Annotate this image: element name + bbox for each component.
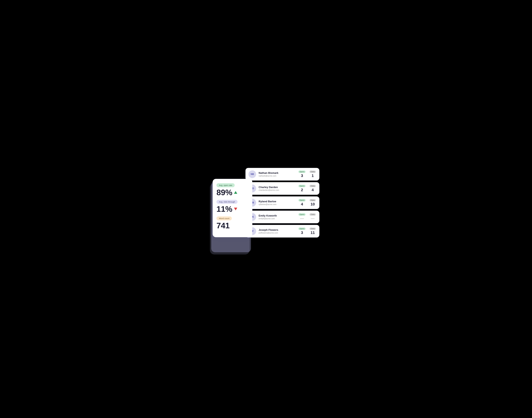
- clicks-col: Clicks 1: [309, 171, 316, 178]
- contact-email: rybartoe@acme.com: [259, 203, 296, 205]
- contact-name: Ryland Bartoe: [259, 200, 296, 203]
- avg-click-through-label: Avg. click through: [216, 200, 238, 204]
- avg-click-through-value: 11%: [216, 205, 248, 213]
- clicks-col: Clicks 10: [309, 199, 316, 206]
- contact-email: nathanb@acme.com: [259, 175, 296, 177]
- opens-label: Opens: [299, 199, 305, 201]
- word-count-value: 741: [216, 221, 248, 230]
- contact-name: Nathan Bismark: [259, 172, 296, 174]
- trend-down-icon: [234, 208, 237, 210]
- clicks-col: Clicks —: [309, 213, 316, 221]
- opens-col: Opens —: [298, 213, 306, 221]
- stats-card: Avg. open rate 89% Avg. click through 11…: [213, 179, 252, 237]
- contact-email: joeflowers@acme.com: [259, 232, 296, 234]
- clicks-value: —: [311, 216, 315, 221]
- contact-info: Charley Darden chardarden@acme.com: [259, 186, 296, 191]
- contact-info: Emily Koworth emilyk@acme.com: [259, 214, 296, 220]
- opens-col: Opens 4: [298, 199, 306, 206]
- clicks-label: Clicks: [309, 185, 316, 187]
- clicks-label: Clicks: [309, 213, 316, 216]
- clicks-label: Clicks: [309, 228, 316, 230]
- contact-info: Ryland Bartoe rybartoe@acme.com: [259, 200, 296, 205]
- contact-card: JF Joseph Flowers joeflowers@acme.com Op…: [245, 225, 319, 237]
- clicks-col: Clicks 11: [309, 228, 316, 235]
- opens-label: Opens: [299, 228, 305, 230]
- stats-cols: Opens 2 Clicks 4: [298, 185, 316, 192]
- clicks-label: Clicks: [309, 199, 316, 201]
- stats-cols: Opens 3 Clicks 11: [298, 228, 316, 235]
- trend-up-icon: [234, 191, 237, 194]
- contact-info: Joseph Flowers joeflowers@acme.com: [259, 228, 296, 234]
- clicks-col: Clicks 4: [309, 185, 316, 192]
- opens-col: Opens 3: [298, 228, 306, 235]
- contacts-list: NB Nathan Bismark nathanb@acme.com Opens…: [245, 168, 319, 237]
- contact-email: emilyk@acme.com: [259, 218, 296, 220]
- contact-name: Emily Koworth: [259, 214, 296, 217]
- stats-cols: Opens — Clicks —: [298, 213, 316, 221]
- opens-col: Opens 3: [298, 171, 306, 178]
- clicks-value: 11: [310, 231, 315, 235]
- avg-open-rate-value: 89%: [216, 188, 248, 197]
- opens-label: Opens: [299, 171, 305, 173]
- clicks-label: Clicks: [309, 171, 316, 173]
- contact-card: RB Ryland Bartoe rybartoe@acme.com Opens…: [245, 197, 319, 209]
- clicks-value: 4: [311, 188, 314, 192]
- contact-name: Joseph Flowers: [259, 228, 296, 232]
- opens-label: Opens: [299, 185, 305, 187]
- clicks-value: 10: [310, 202, 315, 206]
- opens-value: 2: [301, 188, 303, 192]
- contact-card: CD Charley Darden chardarden@acme.com Op…: [245, 182, 319, 195]
- word-count-label: Word count: [216, 216, 232, 220]
- contact-info: Nathan Bismark nathanb@acme.com: [259, 172, 296, 177]
- contact-email: chardarden@acme.com: [259, 189, 296, 191]
- contact-card: NB Nathan Bismark nathanb@acme.com Opens…: [245, 168, 319, 181]
- opens-value: 3: [301, 231, 303, 235]
- scene: Avg. open rate 89% Avg. click through 11…: [213, 168, 319, 250]
- opens-col: Opens 2: [298, 185, 306, 192]
- clicks-value: 1: [311, 174, 314, 178]
- avg-open-rate-label: Avg. open rate: [216, 183, 235, 187]
- stats-cols: Opens 4 Clicks 10: [298, 199, 316, 206]
- opens-value: 4: [301, 202, 303, 206]
- contact-card: EK Emily Koworth emilyk@acme.com Opens —…: [245, 211, 319, 223]
- opens-label: Opens: [299, 213, 305, 216]
- opens-value: 3: [301, 174, 303, 178]
- avatar: NB: [248, 170, 256, 178]
- stats-cols: Opens 3 Clicks 1: [298, 171, 316, 178]
- opens-value: —: [300, 216, 304, 221]
- contact-name: Charley Darden: [259, 186, 296, 189]
